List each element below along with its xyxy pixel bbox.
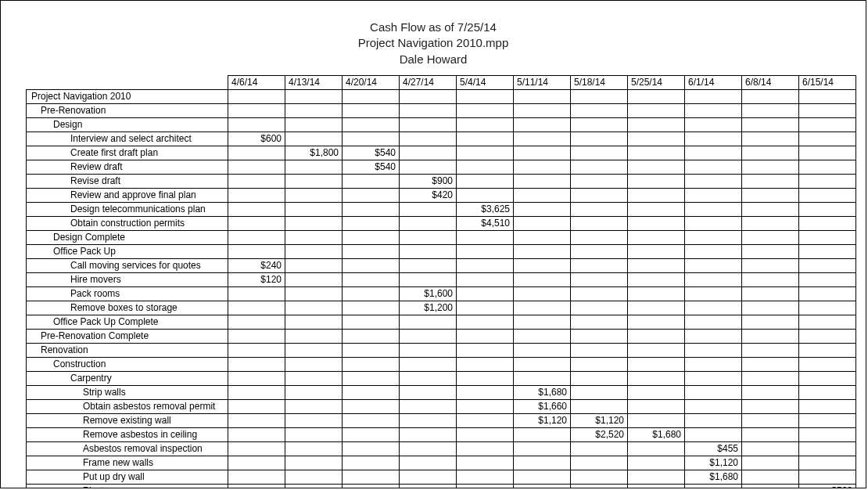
value-cell [685,484,742,488]
table-row: Construction [27,357,856,371]
value-cell [400,470,457,484]
value-cell [628,399,685,413]
value-cell [228,286,285,301]
value-cell [742,258,799,272]
value-cell [685,315,742,329]
value-cell [571,89,628,103]
value-cell [343,132,400,146]
task-name-cell: Design telecommunications plan [27,202,228,216]
table-row: Remove asbestos in ceiling$2,520$1,680 [27,427,856,441]
value-cell [514,301,571,315]
value-cell [742,272,799,286]
column-header-task [27,75,228,89]
value-cell [742,202,799,216]
value-cell [285,89,343,103]
value-cell [285,216,343,230]
task-name-cell: Call moving services for quotes [27,258,228,272]
value-cell [799,89,856,103]
table-row: Review draft$540 [27,160,856,174]
value-cell [228,399,285,413]
value-cell [799,202,856,216]
value-cell [228,456,285,470]
value-cell [400,258,457,272]
value-cell [799,160,856,174]
value-cell [685,160,742,174]
value-cell [343,315,400,329]
value-cell [571,117,628,132]
value-cell [742,315,799,329]
value-cell [228,357,285,371]
value-cell [285,301,343,315]
value-cell: $1,120 [514,413,571,427]
task-name-cell: Create first draft plan [27,146,228,160]
value-cell [571,230,628,244]
value-cell [343,117,400,132]
value-cell [457,174,514,188]
value-cell [799,117,856,132]
value-cell [457,272,514,286]
value-cell [343,470,400,484]
value-cell [343,230,400,244]
report-header: Cash Flow as of 7/25/14 Project Navigati… [1,1,866,67]
value-cell [343,89,400,103]
value-cell [514,371,571,385]
value-cell: $4,510 [457,216,514,230]
value-cell [343,427,400,441]
value-cell [457,188,514,202]
value-cell [742,188,799,202]
value-cell: $1,600 [400,286,457,301]
value-cell [457,399,514,413]
value-cell [571,160,628,174]
table-row: Design telecommunications plan$3,625 [27,202,856,216]
value-cell [457,244,514,258]
value-cell [628,160,685,174]
value-cell [628,371,685,385]
value-cell [628,286,685,301]
value-cell [343,188,400,202]
value-cell [228,385,285,399]
value-cell [400,216,457,230]
value-cell [457,258,514,272]
table-row: Put up dry wall$1,680 [27,470,856,484]
value-cell [400,427,457,441]
value-cell [285,413,343,427]
task-name-cell: Frame new walls [27,456,228,470]
value-cell [685,399,742,413]
table-row: Design [27,117,856,132]
value-cell [628,301,685,315]
value-cell [400,89,457,103]
table-row: Remove boxes to storage$1,200 [27,301,856,315]
task-name-cell: Pack rooms [27,286,228,301]
value-cell [685,258,742,272]
value-cell [571,202,628,216]
table-row: Interview and select architect$600 [27,132,856,146]
value-cell [400,456,457,470]
value-cell [799,441,856,456]
value-cell [285,385,343,399]
value-cell [457,456,514,470]
value-cell: $1,200 [400,301,457,315]
value-cell [343,272,400,286]
value-cell [400,385,457,399]
task-name-cell: Put up dry wall [27,470,228,484]
value-cell [685,343,742,357]
value-cell [228,216,285,230]
value-cell [285,399,343,413]
value-cell [285,230,343,244]
column-header-date: 6/15/14 [799,75,856,89]
value-cell [742,286,799,301]
value-cell [285,371,343,385]
table-row: Create first draft plan$1,800$540 [27,146,856,160]
table-row: Carpentry [27,371,856,385]
value-cell [742,357,799,371]
task-name-cell: Hire movers [27,272,228,286]
value-cell [628,146,685,160]
value-cell [285,174,343,188]
value-cell [285,272,343,286]
value-cell [571,146,628,160]
value-cell [799,301,856,315]
value-cell [685,371,742,385]
value-cell [628,103,685,117]
value-cell [228,413,285,427]
value-cell [799,329,856,343]
